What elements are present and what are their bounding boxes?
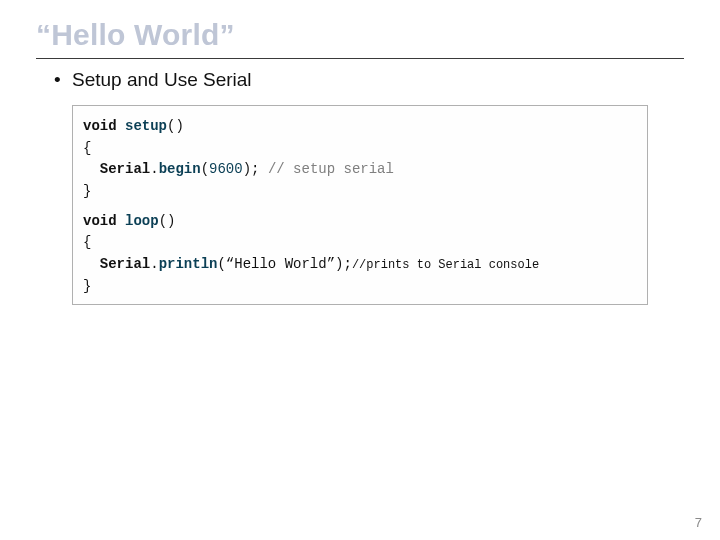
code-block: void setup() { Serial.begin(9600); // se… (72, 105, 648, 305)
code-line-5: void loop() (83, 211, 637, 233)
open-paren: ( (201, 161, 209, 177)
string-hello: “Hello World” (226, 256, 335, 272)
slide: “Hello World” Setup and Use Serial void … (0, 0, 720, 305)
bullet-list: Setup and Use Serial (36, 69, 684, 91)
comment-prints: //prints to Serial console (352, 258, 539, 272)
bullet-item: Setup and Use Serial (72, 69, 684, 91)
close-paren: ); (243, 161, 268, 177)
baud-rate: 9600 (209, 161, 243, 177)
fn-begin: begin (159, 161, 201, 177)
code-line-8: } (83, 276, 637, 298)
comment-setup: // setup serial (268, 161, 394, 177)
obj-serial-2: Serial (100, 256, 150, 272)
code-line-6: { (83, 232, 637, 254)
fn-loop: loop (125, 213, 159, 229)
keyword-void: void (83, 118, 117, 134)
page-number: 7 (695, 515, 702, 530)
code-spacer (83, 203, 637, 211)
fn-println: println (159, 256, 218, 272)
code-line-1: void setup() (83, 116, 637, 138)
dot: . (150, 161, 158, 177)
close-paren-2: ); (335, 256, 352, 272)
obj-serial: Serial (100, 161, 150, 177)
slide-title: “Hello World” (36, 18, 684, 58)
parens-2: () (159, 213, 176, 229)
code-line-4: } (83, 181, 637, 203)
dot-2: . (150, 256, 158, 272)
fn-setup: setup (125, 118, 167, 134)
code-line-7: Serial.println(“Hello World”);//prints t… (83, 254, 637, 276)
code-line-2: { (83, 138, 637, 160)
keyword-void-2: void (83, 213, 117, 229)
open-paren-2: ( (217, 256, 225, 272)
parens: () (167, 118, 184, 134)
title-rule (36, 58, 684, 59)
code-line-3: Serial.begin(9600); // setup serial (83, 159, 637, 181)
